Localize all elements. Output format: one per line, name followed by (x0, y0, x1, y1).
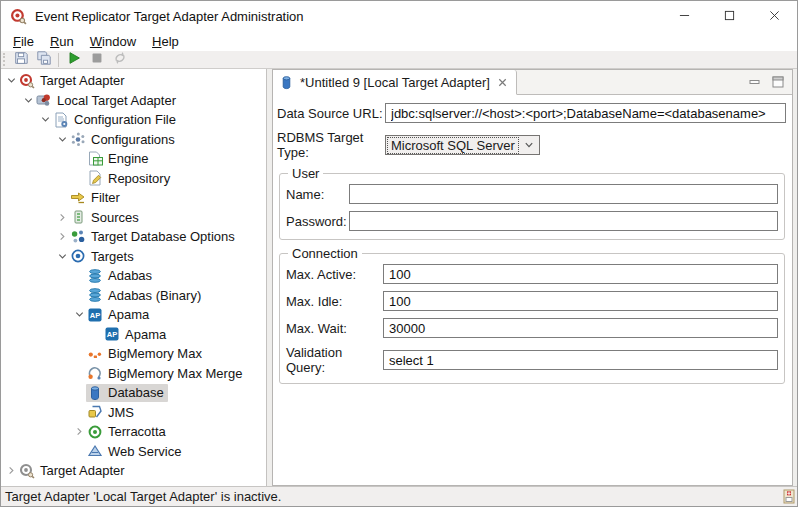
tree-item-bigmemory-max-merge[interactable]: BigMemory Max Merge (1, 364, 266, 384)
save-all-button[interactable] (32, 51, 55, 68)
menu-help[interactable]: Help (144, 33, 187, 50)
password-field[interactable] (349, 211, 778, 231)
rdbms-target-type-label: RDBMS Target Type: (277, 130, 385, 160)
tree-item-targets[interactable]: Targets (1, 247, 266, 267)
tree-item-bigmemory-max[interactable]: BigMemory Max (1, 344, 266, 364)
bigmemory-merge-icon (87, 365, 103, 381)
tree-item-web-service[interactable]: Web Service (1, 442, 266, 462)
tree-item-target-database-options[interactable]: Target Database Options (1, 227, 266, 247)
expand-arrow-icon[interactable] (55, 229, 69, 245)
validation-query-label: Validation Query: (286, 345, 383, 375)
rdbms-target-type-select[interactable]: Microsoft SQL Server (385, 135, 540, 155)
twisty-spacer (72, 151, 86, 167)
sources-icon (70, 209, 86, 225)
tree-item-body: Target Adapter (18, 72, 129, 90)
max-wait-field[interactable] (383, 318, 778, 338)
minimize-button[interactable] (662, 1, 707, 31)
validation-query-field[interactable] (383, 350, 778, 370)
name-field[interactable] (349, 184, 778, 204)
toolbar-drag-handle[interactable] (3, 53, 6, 66)
stop-icon (89, 50, 105, 69)
tree-item-body: Sources (69, 208, 143, 226)
run-button[interactable] (62, 51, 85, 68)
tree-item-adabas-binary[interactable]: Adabas (Binary) (1, 286, 266, 306)
close-button[interactable] (752, 1, 797, 31)
tree-item-database[interactable]: Database (1, 383, 266, 403)
twisty-spacer (72, 170, 86, 186)
repository-icon (87, 170, 103, 186)
refresh-button[interactable] (108, 51, 131, 68)
tree-item-repository[interactable]: Repository (1, 169, 266, 189)
maximize-button[interactable] (707, 1, 752, 31)
adabas-icon (87, 287, 103, 303)
menu-bar: File Run Window Help (1, 31, 797, 51)
expand-arrow-icon[interactable] (4, 463, 18, 479)
expand-arrow-icon[interactable] (55, 209, 69, 225)
user-group-title: User (288, 166, 323, 181)
twisty-spacer (72, 443, 86, 459)
collapse-arrow-icon[interactable] (55, 131, 69, 147)
chevron-down-icon (521, 138, 537, 152)
view-buttons (747, 70, 792, 94)
tree-item-filter[interactable]: Filter (1, 188, 266, 208)
tree-item-configurations[interactable]: Configurations (1, 130, 266, 150)
terracotta-icon (87, 424, 103, 440)
max-idle-field[interactable] (383, 291, 778, 311)
configurations-icon (70, 131, 86, 147)
tree-item-local-target-adapter[interactable]: Local Target Adapter (1, 91, 266, 111)
collapse-arrow-icon[interactable] (38, 112, 52, 128)
tree-item-apama[interactable]: APApama (1, 325, 266, 345)
tree-item-body: Configuration File (52, 111, 180, 129)
save-button[interactable] (9, 51, 32, 68)
twisty-spacer (72, 346, 86, 362)
stop-button[interactable] (85, 51, 108, 68)
tree-item-adabas[interactable]: Adabas (1, 266, 266, 286)
tree-item-label: Configurations (91, 132, 175, 147)
tab-close-icon[interactable] (496, 76, 509, 89)
tree-item-apama[interactable]: APApama (1, 305, 266, 325)
editor-panel: *Untitled 9 [Local Target Adapter] Data … (272, 69, 793, 486)
menu-run[interactable]: Run (42, 33, 82, 50)
database-icon (87, 385, 103, 401)
svg-text:AP: AP (90, 311, 100, 320)
tree-item-configuration-file[interactable]: Configuration File (1, 110, 266, 130)
status-message: Target Adapter 'Local Target Adapter' is… (5, 489, 281, 504)
tree-item-label: Target Adapter (40, 73, 125, 88)
tree-item-target-adapter[interactable]: Target Adapter (1, 71, 266, 91)
twisty-spacer (72, 268, 86, 284)
menu-file[interactable]: File (5, 33, 42, 50)
data-source-url-input[interactable] (385, 103, 786, 123)
adabas-icon (87, 268, 103, 284)
run-icon (66, 50, 82, 69)
tree-item-label: BigMemory Max Merge (108, 366, 242, 381)
tree-item-sources[interactable]: Sources (1, 208, 266, 228)
tree-item-jms[interactable]: JMS (1, 403, 266, 423)
window-controls (662, 1, 797, 31)
twisty-spacer (55, 190, 69, 206)
tree-item-body: Target Adapter (18, 462, 129, 480)
tree-item-label: BigMemory Max (108, 346, 202, 361)
collapse-arrow-icon[interactable] (55, 248, 69, 264)
collapse-arrow-icon[interactable] (4, 73, 18, 89)
minimize-view-icon[interactable] (747, 75, 762, 89)
tree-item-target-adapter[interactable]: Target Adapter (1, 461, 266, 481)
maximize-view-icon[interactable] (770, 75, 785, 89)
max-active-field[interactable] (383, 264, 778, 284)
apama-icon: AP (104, 326, 120, 342)
collapse-arrow-icon[interactable] (21, 92, 35, 108)
status-tray-icon[interactable] (783, 489, 795, 504)
tree-item-engine[interactable]: Engine (1, 149, 266, 169)
expand-arrow-icon[interactable] (72, 424, 86, 440)
database-icon (279, 75, 294, 90)
collapse-arrow-icon[interactable] (72, 307, 86, 323)
engine-icon (87, 151, 103, 167)
tree-item-terracotta[interactable]: Terracotta (1, 422, 266, 442)
title-bar: Event Replicator Target Adapter Administ… (1, 1, 797, 31)
tab-untitled-9[interactable]: *Untitled 9 [Local Target Adapter] (273, 70, 517, 95)
target-red-icon (19, 73, 35, 89)
tree-item-label: Adabas (108, 268, 152, 283)
menu-window[interactable]: Window (82, 33, 144, 50)
bigmemory-icon (87, 346, 103, 362)
tree-item-label: Sources (91, 210, 139, 225)
svg-text:AP: AP (107, 330, 117, 339)
